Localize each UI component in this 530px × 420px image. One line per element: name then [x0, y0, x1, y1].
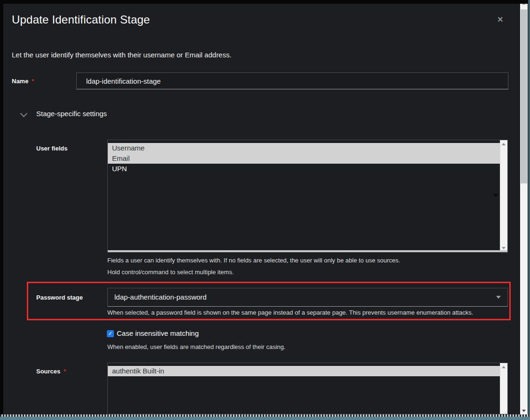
- case-insensitive-label[interactable]: Case insensitive matching: [117, 329, 199, 337]
- listbox-scrollbar[interactable]: [500, 363, 507, 414]
- case-insensitive-checkbox[interactable]: ✓: [107, 330, 114, 337]
- frame-edge-bottom: [0, 417, 530, 420]
- select-arrow-icon: [493, 194, 498, 197]
- name-label-text: Name: [12, 78, 28, 85]
- sources-label: Sources*: [36, 368, 66, 375]
- required-asterisk: *: [64, 368, 66, 375]
- frame-edge-left: [0, 0, 3, 420]
- update-identification-stage-modal: Update Identification Stage ✕ Let the us…: [0, 0, 530, 420]
- page-title: Update Identification Stage: [12, 13, 150, 26]
- name-label: Name*: [12, 78, 34, 85]
- chevron-down-icon[interactable]: [20, 110, 28, 118]
- name-input[interactable]: [76, 72, 508, 89]
- modal-description: Let the user identify themselves with th…: [12, 51, 232, 59]
- sources-listbox[interactable]: authentik Built-in: [107, 363, 508, 414]
- password-stage-selected-value: ldap-authentication-password: [114, 293, 207, 301]
- case-insensitive-help: When enabled, user fields are matched re…: [107, 343, 286, 350]
- list-item-username[interactable]: Username: [108, 143, 500, 153]
- listbox-horizontal-scrollbar[interactable]: [108, 250, 507, 252]
- group-header-stage-specific-settings[interactable]: Stage-specific settings: [36, 110, 107, 118]
- close-icon[interactable]: ✕: [497, 15, 503, 24]
- user-fields-help-2: Hold control/command to select multiple …: [107, 269, 234, 276]
- scroll-down-icon[interactable]: [502, 247, 506, 249]
- user-fields-help-1: Fields a user can identify themselves wi…: [107, 257, 400, 264]
- caret-down-icon: [496, 296, 501, 299]
- sources-label-text: Sources: [36, 368, 60, 375]
- user-fields-label: User fields: [36, 145, 67, 152]
- scroll-up-icon[interactable]: [502, 143, 506, 145]
- password-stage-select[interactable]: ldap-authentication-password: [107, 288, 508, 307]
- password-stage-label: Password stage: [36, 294, 83, 301]
- list-item-email[interactable]: Email: [108, 153, 500, 164]
- frame-edge-right: [528, 0, 530, 420]
- list-item-upn[interactable]: UPN: [108, 164, 500, 174]
- password-stage-help: When selected, a password field is shown…: [107, 309, 473, 316]
- scroll-up-icon[interactable]: [502, 366, 506, 368]
- listbox-scrollbar[interactable]: [500, 140, 507, 252]
- scroll-down-icon[interactable]: [522, 410, 526, 412]
- required-asterisk: *: [32, 78, 34, 85]
- frame-edge-top: [0, 0, 530, 4]
- user-fields-listbox[interactable]: Username Email UPN: [107, 140, 508, 253]
- list-item-authentik-built-in[interactable]: authentik Built-in: [108, 366, 500, 376]
- checkmark-icon: ✓: [108, 330, 112, 337]
- scrollbar-thumb[interactable]: [521, 9, 527, 183]
